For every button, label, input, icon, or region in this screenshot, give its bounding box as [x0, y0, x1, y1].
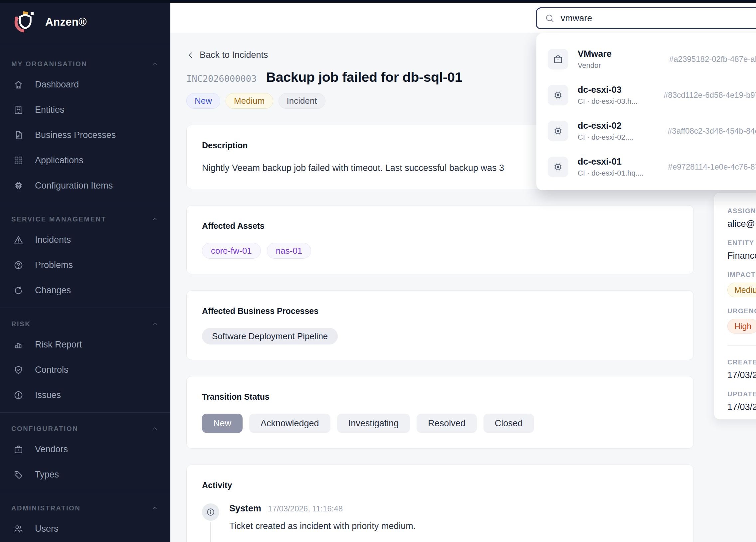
details-field-impact: IMPACTMedium: [727, 271, 756, 297]
sidebar-item-risk-report[interactable]: Risk Report: [0, 332, 170, 357]
transition-status-card: Transition Status NewAcknowledgedInvesti…: [186, 376, 694, 449]
sidebar-section-header-risk[interactable]: RISK: [11, 319, 158, 328]
details-field-label: CREATED: [727, 358, 756, 366]
file-chart-icon: [13, 130, 24, 140]
chip-icon: [548, 157, 568, 177]
sidebar-item-label: Entities: [35, 105, 65, 115]
chevron-left-icon: [186, 51, 195, 60]
chip-icon: [548, 121, 568, 141]
details-field-value: Finance: [727, 251, 756, 261]
details-field-updated: UPDATED17/03/2026: [727, 390, 756, 412]
affected-processes-card: Affected Business Processes Software Dep…: [186, 290, 694, 360]
transition-status-heading: Transition Status: [202, 392, 678, 402]
transition-button-resolved[interactable]: Resolved: [417, 414, 477, 433]
top-header: [170, 3, 756, 33]
back-to-incidents-link[interactable]: Back to Incidents: [186, 50, 268, 60]
search-result-dc-esxi-01[interactable]: dc-esxi-01CI · dc-esxi-01.hq....#e972811…: [548, 152, 756, 182]
sidebar-item-dashboard[interactable]: Dashboard: [0, 72, 170, 97]
sidebar-item-entities[interactable]: Entities: [0, 97, 170, 122]
sidebar-section-label: ADMINISTRATION: [11, 504, 81, 512]
sidebar-item-issues[interactable]: Issues: [0, 382, 170, 408]
sidebar-item-label: Types: [35, 469, 59, 480]
affected-processes-heading: Affected Business Processes: [202, 306, 678, 316]
sidebar-item-users[interactable]: Users: [0, 516, 170, 541]
sidebar-item-label: Configuration Items: [35, 181, 113, 191]
sidebar-item-label: Problems: [35, 260, 73, 271]
transition-button-closed[interactable]: Closed: [483, 414, 534, 433]
sidebar-section-header-service-management[interactable]: SERVICE MANAGEMENT: [11, 215, 158, 224]
affected-processes-list: Software Deployment Pipeline: [202, 328, 678, 344]
sidebar-section-label: CONFIGURATION: [11, 425, 78, 433]
sidebar-section: ADMINISTRATIONUsers: [0, 503, 170, 542]
affected-assets-card: Affected Assets core-fw-01nas-01: [186, 205, 694, 274]
details-field-created: CREATED17/03/2026: [727, 358, 756, 380]
chip-icon: [13, 181, 24, 191]
sidebar-item-applications[interactable]: Applications: [0, 148, 170, 173]
sidebar-item-label: Controls: [35, 365, 69, 375]
app-logo: Anzen®: [0, 0, 170, 43]
search-result-id: #83cd112e-6d58-4e19-b97: [663, 90, 756, 100]
search-result-id: #3aff08c2-3d48-454b-84d: [667, 126, 756, 136]
activity-entry: System17/03/2026, 11:16:48Ticket created…: [202, 503, 678, 531]
status-badge-medium: Medium: [226, 93, 273, 109]
sidebar-item-changes[interactable]: Changes: [0, 277, 170, 303]
transition-button-acknowledged[interactable]: Acknowledged: [249, 414, 330, 433]
sidebar-item-label: Business Processes: [35, 130, 116, 140]
sidebar-section: CONFIGURATIONVendorsTypes: [0, 424, 170, 492]
details-field-urgency: URGENCYHigh: [727, 307, 756, 333]
affected-assets-list: core-fw-01nas-01: [202, 243, 678, 259]
transition-button-new[interactable]: New: [202, 414, 243, 433]
details-field-value: alice@: [727, 219, 756, 229]
sidebar-item-controls[interactable]: Controls: [0, 357, 170, 382]
chevron-up-icon: [151, 60, 158, 68]
shield-logo-icon: [13, 10, 37, 34]
back-label: Back to Incidents: [200, 50, 268, 60]
sidebar-item-business-processes[interactable]: Business Processes: [0, 122, 170, 148]
transition-button-investigating[interactable]: Investigating: [337, 414, 410, 433]
sidebar-item-incidents[interactable]: Incidents: [0, 227, 170, 253]
sidebar-section: RISKRisk ReportControlsIssues: [0, 319, 170, 413]
search-result-id: #a2395182-02fb-487e-ab: [669, 55, 756, 64]
process-pill[interactable]: Software Deployment Pipeline: [202, 328, 338, 344]
search-icon: [545, 13, 555, 23]
search-result-id: #e9728114-1e0e-4c76-87: [668, 162, 756, 172]
details-badge-medium: Medium: [727, 282, 756, 297]
sidebar-item-configuration-items[interactable]: Configuration Items: [0, 173, 170, 198]
chevron-up-icon: [151, 504, 158, 512]
transition-options: NewAcknowledgedInvestigatingResolvedClos…: [202, 414, 678, 433]
details-field-label: ENTITY: [727, 239, 756, 247]
sidebar-item-label: Users: [35, 524, 59, 534]
sidebar-section-label: RISK: [11, 320, 31, 328]
search-result-title: VMware: [578, 49, 655, 60]
asset-pill-core-fw-01[interactable]: core-fw-01: [202, 243, 261, 259]
sidebar: Anzen® MY ORGANISATIONDashboardEntitiesB…: [0, 0, 170, 542]
help-circle-icon: [13, 260, 24, 271]
sidebar-section-header-administration[interactable]: ADMINISTRATION: [11, 503, 158, 513]
chevron-up-icon: [151, 216, 158, 223]
details-field-value: 17/03/2026: [727, 370, 756, 380]
asset-pill-nas-01[interactable]: nas-01: [267, 243, 311, 259]
sidebar-section-header-configuration[interactable]: CONFIGURATION: [11, 424, 158, 433]
activity-author: System: [229, 503, 261, 514]
search-input[interactable]: [561, 13, 756, 24]
timeline-line: [210, 522, 211, 542]
sidebar-nav: MY ORGANISATIONDashboardEntitiesBusiness…: [0, 59, 170, 542]
incident-code: INC2026000003: [186, 74, 257, 84]
details-field-label: ASSIGNED TO: [727, 207, 756, 215]
sidebar-item-types[interactable]: Types: [0, 462, 170, 487]
search-result-dc-esxi-02[interactable]: dc-esxi-02CI · dc-esxi-02....#3aff08c2-3…: [548, 116, 756, 146]
chevron-up-icon: [151, 320, 158, 327]
search-result-dc-esxi-03[interactable]: dc-esxi-03CI · dc-esxi-03.h...#83cd112e-…: [548, 81, 756, 110]
search-results-dropdown: VMwareVendor#a2395182-02fb-487e-abdc-esx…: [536, 33, 756, 190]
search-result-title: dc-esxi-02: [578, 120, 655, 131]
sidebar-item-vendors[interactable]: Vendors: [0, 437, 170, 462]
sidebar-item-problems[interactable]: Problems: [0, 253, 170, 277]
sidebar-section-header-my-organisation[interactable]: MY ORGANISATION: [11, 59, 158, 69]
details-badge-high: High: [727, 319, 756, 333]
activity-card: Activity System17/03/2026, 11:16:48Ticke…: [186, 464, 694, 542]
activity-heading: Activity: [202, 480, 678, 490]
search-result-vmware[interactable]: VMwareVendor#a2395182-02fb-487e-ab: [548, 45, 756, 74]
chevron-up-icon: [151, 425, 158, 432]
grid-icon: [13, 155, 24, 166]
search-result-subtitle: Vendor: [578, 61, 655, 70]
